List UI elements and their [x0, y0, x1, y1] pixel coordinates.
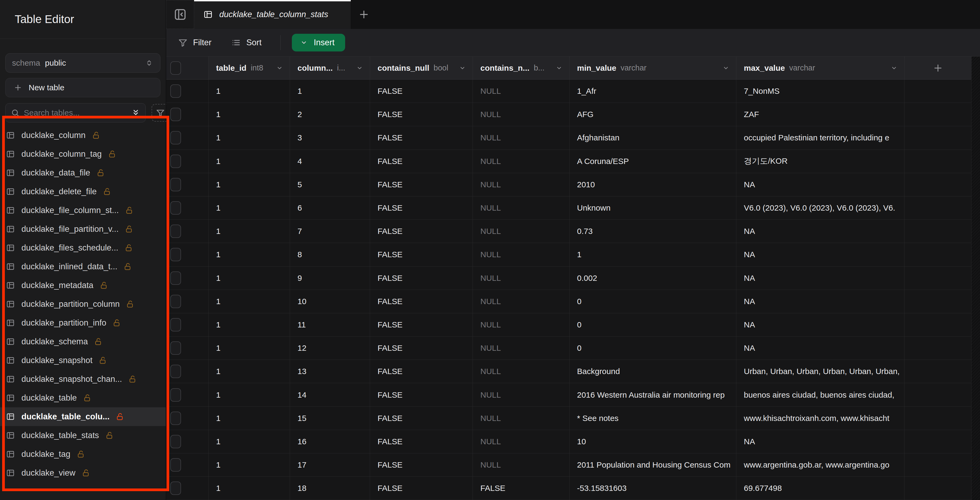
column-header[interactable]: contains_null bool [370, 56, 473, 80]
cell-min-value[interactable]: Afghanistan [570, 126, 737, 149]
insert-button[interactable]: Insert [292, 34, 345, 51]
sidebar-table-item[interactable]: ducklake_partition_column [0, 295, 166, 313]
sidebar-table-item[interactable]: ducklake_column [0, 126, 166, 145]
cell-min-value[interactable]: Unknown [570, 196, 737, 219]
cell-column-id[interactable]: 16 [290, 430, 370, 453]
cell-contains-null[interactable]: FALSE [370, 454, 473, 476]
sidebar-table-item[interactable]: ducklake_inlined_data_t... [0, 257, 166, 276]
column-header[interactable]: max_value varchar [737, 56, 905, 80]
cell-max-value[interactable]: NA [737, 313, 905, 336]
cell-column-id[interactable]: 2 [290, 103, 370, 126]
column-header[interactable]: table_id int8 [208, 56, 290, 80]
cell-max-value[interactable]: 69.677498 [737, 477, 905, 500]
cell-table-id[interactable]: 1 [208, 220, 290, 243]
cell-contains-null[interactable]: FALSE [370, 290, 473, 313]
cell-column-id[interactable]: 5 [290, 173, 370, 196]
active-tab[interactable]: ducklake_table_column_stats [194, 0, 351, 29]
cell-min-value[interactable]: 0.002 [570, 267, 737, 290]
cell-contains-nan[interactable]: NULL [473, 243, 570, 266]
chevron-down-icon[interactable] [555, 64, 563, 72]
cell-contains-nan[interactable]: NULL [473, 150, 570, 173]
cell-min-value[interactable]: 2016 Western Australia air monitoring re… [570, 383, 737, 406]
row-checkbox[interactable] [170, 412, 181, 425]
cell-contains-null[interactable]: FALSE [370, 383, 473, 406]
cell-contains-null[interactable]: FALSE [370, 150, 473, 173]
sidebar-table-item[interactable]: ducklake_partition_info [0, 313, 166, 332]
cell-max-value[interactable]: occupied Palestinian territory, includin… [737, 126, 905, 149]
cell-contains-null[interactable]: FALSE [370, 430, 473, 453]
cell-new-column[interactable] [905, 220, 971, 243]
cell-min-value[interactable]: 0 [570, 313, 737, 336]
cell-contains-nan[interactable]: NULL [473, 267, 570, 290]
cell-min-value[interactable]: 10 [570, 430, 737, 453]
cell-new-column[interactable] [905, 337, 971, 359]
cell-contains-null[interactable]: FALSE [370, 337, 473, 359]
row-checkbox[interactable] [170, 272, 181, 285]
cell-contains-nan[interactable]: FALSE [473, 477, 570, 500]
cell-max-value[interactable]: ZAF [737, 103, 905, 126]
sort-button[interactable]: Sort [231, 38, 262, 48]
sidebar-table-item[interactable]: ducklake_column_tag [0, 145, 166, 163]
cell-contains-nan[interactable]: NULL [473, 126, 570, 149]
sidebar-table-item[interactable]: ducklake_metadata [0, 276, 166, 295]
search-tables-input[interactable] [24, 108, 127, 117]
chevron-down-icon[interactable] [890, 64, 898, 72]
cell-column-id[interactable]: 6 [290, 196, 370, 219]
cell-new-column[interactable] [905, 407, 971, 430]
cell-column-id[interactable]: 4 [290, 150, 370, 173]
cell-contains-null[interactable]: FALSE [370, 220, 473, 243]
row-checkbox[interactable] [170, 388, 181, 402]
column-header[interactable]: contains_n... b... [473, 56, 570, 80]
row-checkbox[interactable] [170, 178, 181, 191]
row-checkbox[interactable] [170, 341, 181, 355]
schema-select[interactable]: schema public [5, 53, 161, 73]
cell-contains-nan[interactable]: NULL [473, 103, 570, 126]
cell-table-id[interactable]: 1 [208, 407, 290, 430]
cell-min-value[interactable]: 0.73 [570, 220, 737, 243]
cell-table-id[interactable]: 1 [208, 80, 290, 102]
cell-table-id[interactable]: 1 [208, 173, 290, 196]
cell-min-value[interactable]: Background [570, 360, 737, 383]
cell-table-id[interactable]: 1 [208, 454, 290, 476]
cell-column-id[interactable]: 10 [290, 290, 370, 313]
cell-contains-null[interactable]: FALSE [370, 196, 473, 219]
cell-max-value[interactable]: www.argentina.gob.ar, www.argentina.go [737, 454, 905, 476]
cell-max-value[interactable]: Urban, Urban, Urban, Urban, Urban, Urban… [737, 360, 905, 383]
double-chevron-down-icon[interactable] [132, 109, 140, 117]
cell-new-column[interactable] [905, 313, 971, 336]
cell-max-value[interactable]: V6.0 (2023), V6.0 (2023), V6.0 (2023), V… [737, 196, 905, 219]
cell-new-column[interactable] [905, 360, 971, 383]
row-checkbox[interactable] [170, 318, 181, 331]
cell-min-value[interactable]: 0 [570, 337, 737, 359]
row-checkbox[interactable] [170, 458, 181, 471]
column-header[interactable]: column... i... [290, 56, 370, 80]
cell-max-value[interactable]: 경기도/KOR [737, 150, 905, 173]
cell-min-value[interactable]: * See notes [570, 407, 737, 430]
sidebar-table-item[interactable]: ducklake_data_file [0, 163, 166, 182]
cell-new-column[interactable] [905, 126, 971, 149]
cell-column-id[interactable]: 15 [290, 407, 370, 430]
cell-column-id[interactable]: 17 [290, 454, 370, 476]
cell-max-value[interactable]: NA [737, 290, 905, 313]
cell-table-id[interactable]: 1 [208, 150, 290, 173]
cell-contains-null[interactable]: FALSE [370, 103, 473, 126]
cell-table-id[interactable]: 1 [208, 290, 290, 313]
cell-contains-nan[interactable]: NULL [473, 173, 570, 196]
sidebar-table-item[interactable]: ducklake_view [0, 463, 166, 482]
cell-min-value[interactable]: -53.15831603 [570, 477, 737, 500]
select-all-checkbox[interactable] [170, 61, 181, 75]
cell-min-value[interactable]: AFG [570, 103, 737, 126]
sidebar-table-item[interactable]: ducklake_snapshot [0, 351, 166, 370]
collapse-sidebar-button[interactable] [166, 0, 194, 29]
cell-contains-nan[interactable]: NULL [473, 407, 570, 430]
cell-contains-null[interactable]: FALSE [370, 407, 473, 430]
cell-table-id[interactable]: 1 [208, 477, 290, 500]
new-table-button[interactable]: New table [5, 78, 161, 97]
cell-contains-nan[interactable]: NULL [473, 454, 570, 476]
cell-table-id[interactable]: 1 [208, 243, 290, 266]
row-checkbox[interactable] [170, 201, 181, 215]
cell-column-id[interactable]: 14 [290, 383, 370, 406]
cell-new-column[interactable] [905, 243, 971, 266]
cell-new-column[interactable] [905, 173, 971, 196]
cell-max-value[interactable]: NA [737, 220, 905, 243]
